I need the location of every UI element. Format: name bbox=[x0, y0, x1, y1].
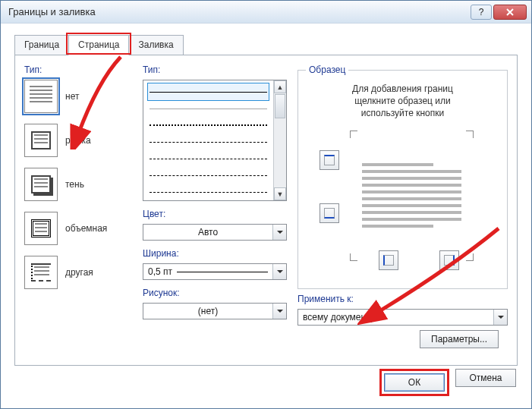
setting-box-icon bbox=[24, 124, 58, 157]
preview-column: Образец Для добавления границ щелкните о… bbox=[297, 64, 508, 356]
color-value: Авто bbox=[143, 227, 272, 238]
apply-to-combo[interactable]: всему документу bbox=[297, 309, 508, 326]
setting-none[interactable]: нет bbox=[24, 80, 138, 113]
tab-panel: Тип: нет рамка bbox=[14, 55, 518, 366]
preview-hint: Для добавления границ щелкните образец и… bbox=[306, 83, 499, 120]
cancel-button[interactable]: Отмена bbox=[455, 369, 516, 387]
style-listbox[interactable]: ▲ ▼ bbox=[143, 80, 287, 201]
corner-icon bbox=[350, 131, 357, 138]
style-item[interactable] bbox=[148, 184, 269, 200]
tab-shading[interactable]: Заливка bbox=[128, 35, 183, 55]
preview-hint-line: используйте кнопки bbox=[361, 108, 444, 118]
dialog-footer: ОК Отмена bbox=[379, 369, 516, 396]
style-column: Тип: ▲ bbox=[143, 64, 287, 356]
setting-none-label: нет bbox=[65, 91, 79, 102]
width-sample-line bbox=[177, 272, 268, 272]
help-button[interactable]: ? bbox=[471, 5, 492, 20]
scroll-track[interactable] bbox=[274, 119, 286, 187]
chevron-down-icon bbox=[272, 264, 286, 279]
setting-3d-icon bbox=[24, 212, 58, 245]
tab-border[interactable]: Граница bbox=[14, 35, 69, 55]
chevron-down-icon bbox=[493, 310, 507, 325]
apply-to-row: Применить к: всему документу bbox=[297, 294, 508, 326]
setting-label: Тип: bbox=[24, 64, 138, 75]
chevron-down-icon bbox=[272, 304, 286, 319]
chevron-down-icon bbox=[272, 225, 286, 240]
preview-groupbox: Образец Для добавления границ щелкните о… bbox=[297, 64, 508, 289]
setting-custom-icon bbox=[24, 256, 58, 289]
preview-legend: Образец bbox=[306, 64, 348, 75]
style-label: Тип: bbox=[143, 64, 287, 75]
style-scrollbar[interactable]: ▲ ▼ bbox=[273, 80, 286, 200]
preview-doc-icon bbox=[362, 144, 461, 247]
setting-custom-label: другая bbox=[65, 267, 93, 278]
style-list bbox=[143, 80, 273, 200]
corner-icon bbox=[466, 253, 474, 261]
preview-page[interactable] bbox=[353, 134, 471, 258]
window-title: Границы и заливка bbox=[8, 6, 469, 17]
color-label: Цвет: bbox=[143, 209, 287, 219]
preview-area bbox=[306, 127, 499, 264]
setting-box[interactable]: рамка bbox=[24, 124, 138, 157]
art-value: (нет) bbox=[143, 306, 272, 316]
style-item[interactable] bbox=[148, 134, 269, 150]
setting-shadow-label: тень bbox=[65, 179, 84, 190]
setting-shadow-icon bbox=[24, 168, 58, 201]
apply-to-label: Применить к: bbox=[297, 294, 508, 304]
border-top-button[interactable] bbox=[320, 150, 339, 170]
dialog-window: Границы и заливка ? Граница Страница Зал… bbox=[0, 0, 532, 409]
width-combo[interactable]: 0,5 пт bbox=[143, 263, 287, 280]
preview-hint-line: Для добавления границ bbox=[352, 83, 453, 94]
setting-3d-label: объемная bbox=[65, 223, 107, 234]
options-button[interactable]: Параметры... bbox=[420, 330, 499, 348]
art-combo[interactable]: (нет) bbox=[143, 303, 287, 319]
tab-page-label: Страница bbox=[78, 39, 119, 50]
scroll-up-button[interactable]: ▲ bbox=[274, 80, 286, 93]
setting-box-label: рамка bbox=[65, 135, 91, 146]
cancel-button-label: Отмена bbox=[469, 373, 502, 383]
apply-to-value: всему документу bbox=[298, 312, 493, 322]
art-label: Рисунок: bbox=[143, 288, 287, 298]
client-area: Граница Страница Заливка Тип: н bbox=[1, 24, 531, 408]
style-item[interactable] bbox=[148, 150, 269, 167]
border-bottom-button[interactable] bbox=[320, 203, 339, 223]
annotation-highlight: ОК bbox=[379, 369, 449, 396]
close-button[interactable] bbox=[493, 5, 527, 20]
tab-border-label: Граница bbox=[24, 39, 59, 50]
corner-icon bbox=[350, 253, 357, 261]
ok-button-label: ОК bbox=[408, 377, 420, 388]
scroll-down-button[interactable]: ▼ bbox=[274, 187, 286, 200]
tab-shading-label: Заливка bbox=[138, 39, 173, 50]
tab-row: Граница Страница Заливка bbox=[14, 34, 518, 55]
style-item-solid[interactable] bbox=[148, 83, 269, 100]
ok-button[interactable]: ОК bbox=[384, 373, 445, 392]
options-button-label: Параметры... bbox=[431, 334, 487, 345]
width-value: 0,5 пт bbox=[143, 266, 177, 277]
scroll-thumb[interactable] bbox=[275, 94, 285, 118]
setting-column: Тип: нет рамка bbox=[24, 64, 138, 356]
style-item[interactable] bbox=[148, 167, 269, 184]
corner-icon bbox=[466, 131, 474, 138]
color-combo[interactable]: Авто bbox=[143, 224, 287, 241]
preview-hint-line: щелкните образец или bbox=[354, 96, 450, 106]
width-label: Ширина: bbox=[143, 248, 287, 259]
tab-page[interactable]: Страница bbox=[68, 35, 129, 55]
style-item[interactable] bbox=[148, 117, 269, 134]
setting-custom[interactable]: другая bbox=[24, 256, 138, 289]
setting-none-icon bbox=[24, 80, 58, 113]
style-item[interactable] bbox=[148, 100, 269, 117]
titlebar: Границы и заливка ? bbox=[1, 1, 531, 24]
setting-shadow[interactable]: тень bbox=[24, 168, 138, 201]
setting-3d[interactable]: объемная bbox=[24, 212, 138, 245]
